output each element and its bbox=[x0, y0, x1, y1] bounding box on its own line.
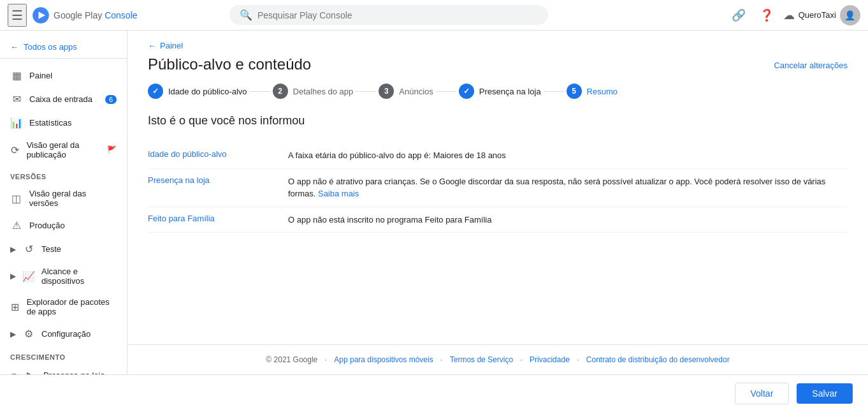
row-label[interactable]: Presença na loja bbox=[148, 168, 288, 207]
footer-separator: · bbox=[325, 355, 329, 364]
sidebar-item-painel[interactable]: ▦ Painel bbox=[0, 64, 127, 87]
step-5-label: Resumo bbox=[587, 87, 618, 96]
sidebar-item-inbox[interactable]: ✉ Caixa de entrada 6 bbox=[0, 87, 127, 111]
avatar[interactable]: 👤 bbox=[840, 5, 860, 26]
row-value: A faixa etária do público-alvo do app é:… bbox=[288, 143, 848, 168]
page-title: Público-alvo e conteúdo bbox=[148, 55, 311, 73]
row-label[interactable]: Idade do público-alvo bbox=[148, 143, 288, 168]
topbar: ☰ Google Play Console 🔍 🔗 ❓ ☁ QueroTaxi … bbox=[0, 0, 868, 31]
sidebar-item-alcance[interactable]: ▶ 📈 Alcance e dispositivos bbox=[0, 261, 127, 291]
step-3-label: Anúncios bbox=[399, 87, 433, 96]
sidebar-item-label: Painel bbox=[29, 71, 52, 80]
row-value: O app não é atrativo para crianças. Se o… bbox=[288, 168, 848, 207]
footer-link-termos[interactable]: Termos de Serviço bbox=[450, 355, 513, 364]
table-row: Idade do público-alvo A faixa etária do … bbox=[148, 143, 848, 168]
step-divider-2 bbox=[356, 91, 376, 92]
expand-left-icon4: ▼ bbox=[10, 371, 18, 375]
step-5-circle: 5 bbox=[567, 84, 582, 99]
search-bar[interactable]: 🔍 bbox=[229, 5, 548, 25]
step-2-circle: 2 bbox=[273, 84, 288, 99]
section-heading: Isto é o que você nos informou bbox=[148, 114, 848, 128]
search-input[interactable] bbox=[257, 10, 538, 20]
info-table: Idade do público-alvo A faixa etária do … bbox=[148, 143, 848, 233]
sidebar-item-producao[interactable]: ⚠ Produção bbox=[0, 214, 127, 237]
menu-icon[interactable]: ☰ bbox=[8, 4, 27, 27]
account-name: QueroTaxi bbox=[799, 10, 836, 20]
sidebar-item-visao-versoes[interactable]: ◫ Visão geral das versões bbox=[0, 183, 127, 214]
step-3-circle: 3 bbox=[379, 84, 394, 99]
layout: ← Todos os apps ▦ Painel ✉ Caixa de entr… bbox=[0, 31, 868, 374]
presenca-value-text: O app não é atrativo para crianças. Se o… bbox=[288, 177, 825, 199]
link-icon-button[interactable]: 🔗 bbox=[727, 4, 750, 27]
configuracao-icon: ⚙ bbox=[22, 328, 35, 340]
all-apps-label: Todos os apps bbox=[24, 42, 77, 52]
footer-link-privacidade[interactable]: Privacidade bbox=[530, 355, 570, 364]
sidebar-item-label: Alcance e dispositivos bbox=[41, 267, 117, 286]
visao-versoes-icon: ◫ bbox=[10, 193, 23, 205]
sidebar: ← Todos os apps ▦ Painel ✉ Caixa de entr… bbox=[0, 31, 127, 374]
save-button[interactable]: Salvar bbox=[797, 383, 853, 404]
sidebar-item-stats[interactable]: 📊 Estatísticas bbox=[0, 111, 127, 135]
alcance-icon: 📈 bbox=[22, 270, 35, 283]
step-3: 3 Anúncios bbox=[379, 84, 433, 99]
section-versoes: Versões bbox=[0, 165, 127, 183]
sidebar-item-presenca[interactable]: ▼ ▶ Presença na loja bbox=[0, 364, 127, 374]
stats-icon: 📊 bbox=[10, 117, 23, 129]
play-logo-icon bbox=[32, 6, 50, 24]
stepper: ✓ Idade do público-alvo 2 Detalhes do ap… bbox=[127, 84, 868, 114]
sidebar-item-label: Explorador de pacotes de apps bbox=[27, 297, 117, 316]
section-crescimento: Crescimento bbox=[0, 346, 127, 364]
expand-left-icon2: ▶ bbox=[10, 272, 16, 281]
cancel-link[interactable]: Cancelar alterações bbox=[774, 55, 848, 70]
sidebar-item-visao[interactable]: ⟳ Visão geral da publicação 🚩 bbox=[0, 135, 127, 165]
producao-icon: ⚠ bbox=[10, 219, 23, 232]
inbox-icon: ✉ bbox=[10, 93, 23, 105]
step-1-circle: ✓ bbox=[148, 84, 163, 99]
teste-icon: ↺ bbox=[22, 243, 35, 255]
step-divider-3 bbox=[436, 91, 456, 92]
cloud-icon: ☁ bbox=[783, 8, 795, 22]
all-apps-link[interactable]: ← Todos os apps bbox=[0, 36, 127, 59]
step-divider-4 bbox=[544, 91, 564, 92]
main-content: Isto é o que você nos informou Idade do … bbox=[127, 114, 868, 344]
expand-left-icon: ▶ bbox=[10, 245, 16, 254]
sidebar-item-label: Presença na loja bbox=[43, 371, 105, 374]
footer-link-contrato[interactable]: Contrato de distribuição do desenvolvedo… bbox=[586, 355, 730, 364]
footer-link-mobile[interactable]: App para dispositivos móveis bbox=[334, 355, 433, 364]
table-row: Feito para Família O app não está inscri… bbox=[148, 207, 848, 233]
expand-left-icon3: ▶ bbox=[10, 330, 16, 339]
sidebar-item-label: Estatísticas bbox=[29, 118, 71, 128]
presenca-icon: ▶ bbox=[24, 369, 37, 374]
back-button[interactable]: Voltar bbox=[735, 383, 790, 404]
step-1: ✓ Idade do público-alvo bbox=[148, 84, 247, 99]
sidebar-item-teste[interactable]: ▶ ↺ Teste bbox=[0, 237, 127, 261]
breadcrumb[interactable]: ← Painel bbox=[127, 31, 868, 50]
row-value: O app não está inscrito no programa Feit… bbox=[288, 207, 848, 233]
sidebar-item-label: Teste bbox=[41, 244, 61, 254]
logo[interactable]: Google Play Console bbox=[32, 6, 138, 24]
sidebar-item-explorador[interactable]: ⊞ Explorador de pacotes de apps bbox=[0, 291, 127, 322]
inbox-badge: 6 bbox=[105, 95, 117, 104]
back-arrow-icon: ← bbox=[10, 42, 18, 52]
sidebar-item-label: Produção bbox=[29, 221, 65, 230]
step-4-circle: ✓ bbox=[459, 84, 474, 99]
explorador-icon: ⊞ bbox=[10, 301, 20, 313]
logo-text: Google Play Console bbox=[54, 10, 138, 20]
footer: © 2021 Google · App para dispositivos mó… bbox=[127, 344, 868, 374]
step-divider-1 bbox=[250, 91, 270, 92]
account-area[interactable]: ☁ QueroTaxi 👤 bbox=[783, 5, 860, 26]
page-header: Público-alvo e conteúdo Cancelar alteraç… bbox=[127, 50, 868, 84]
breadcrumb-arrow-icon: ← bbox=[148, 41, 156, 50]
sidebar-item-configuracao[interactable]: ▶ ⚙ Configuração bbox=[0, 322, 127, 346]
sidebar-item-label: Visão geral das versões bbox=[29, 189, 117, 208]
saiba-mais-link[interactable]: Saiba mais bbox=[318, 189, 359, 198]
topbar-right: 🔗 ❓ ☁ QueroTaxi 👤 bbox=[727, 4, 860, 27]
row-label[interactable]: Feito para Família bbox=[148, 207, 288, 233]
step-2-label: Detalhes do app bbox=[293, 87, 354, 96]
sidebar-item-label: Configuração bbox=[41, 329, 90, 339]
visao-icon: ⟳ bbox=[10, 144, 20, 156]
action-bar: Voltar Salvar bbox=[0, 374, 868, 412]
sidebar-item-label: Caixa de entrada bbox=[29, 94, 92, 104]
step-4-label: Presença na loja bbox=[479, 87, 541, 96]
help-icon-button[interactable]: ❓ bbox=[755, 4, 778, 27]
